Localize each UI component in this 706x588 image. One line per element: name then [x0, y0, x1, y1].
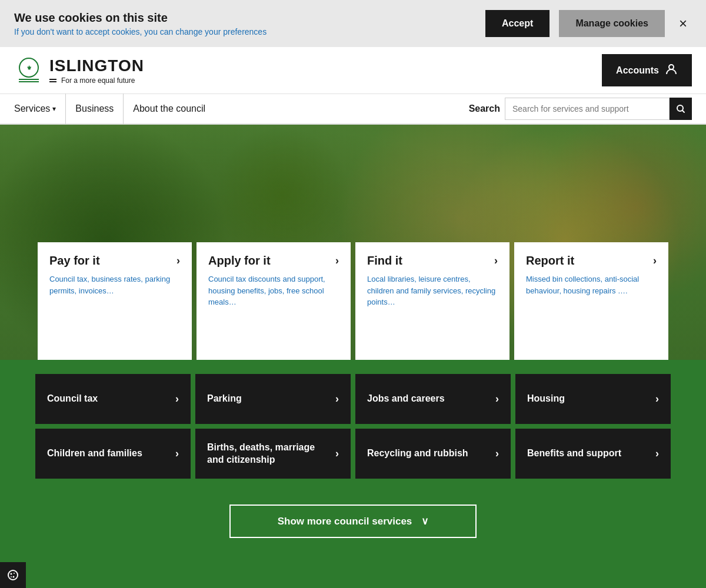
cookie-banner: We use cookies on this site If you don't…	[0, 0, 706, 47]
quick-card-body: Council tax, business rates, parking per…	[49, 273, 180, 296]
svg-point-4	[669, 65, 674, 69]
hero-section: Pay for it › Council tax, business rates…	[0, 125, 706, 360]
logo-text: ISLINGTON	[49, 56, 144, 75]
islington-logo-icon: ⚜	[14, 56, 44, 85]
manage-cookies-button[interactable]: Manage cookies	[559, 10, 665, 37]
quick-card-body: Missed bin collections, anti-social beha…	[526, 273, 657, 296]
service-arrow-icon: ›	[335, 393, 339, 405]
cookie-subtitle: If you don't want to accept cookies, you…	[14, 27, 476, 36]
services-grid: Council tax › Parking › Jobs and careers…	[35, 374, 671, 479]
show-more-button[interactable]: Show more council services ∨	[229, 505, 477, 538]
quick-card-body: Council tax discounts and support, housi…	[208, 273, 339, 308]
service-arrow-icon: ›	[175, 447, 179, 460]
service-label: Housing	[527, 393, 565, 405]
service-label: Children and families	[47, 447, 142, 460]
service-label: Births, deaths, marriage and citizenship	[207, 442, 331, 466]
quick-action-card-0[interactable]: Pay for it › Council tax, business rates…	[38, 242, 192, 360]
service-button-2[interactable]: Jobs and careers ›	[355, 374, 511, 424]
business-nav-link[interactable]: Business	[66, 93, 124, 124]
nav-links: Services ▾ Business About the council	[14, 93, 215, 124]
close-cookie-banner-button[interactable]: ×	[674, 13, 692, 34]
quick-card-header: Pay for it ›	[49, 254, 180, 268]
quick-action-card-1[interactable]: Apply for it › Council tax discounts and…	[197, 242, 351, 360]
chevron-down-icon: ▾	[52, 105, 56, 113]
quick-card-title: Report it	[526, 254, 574, 268]
service-arrow-icon: ›	[495, 447, 499, 460]
quick-card-title: Apply for it	[208, 254, 271, 268]
search-button[interactable]	[670, 98, 692, 120]
accounts-button[interactable]: Accounts	[602, 54, 692, 86]
service-button-5[interactable]: Births, deaths, marriage and citizenship…	[195, 429, 351, 479]
service-button-4[interactable]: Children and families ›	[35, 429, 191, 479]
main-nav: Services ▾ Business About the council Se…	[0, 94, 706, 125]
service-label: Recycling and rubbish	[367, 447, 468, 460]
quick-card-title: Pay for it	[49, 254, 100, 268]
chevron-down-icon: ∨	[421, 515, 428, 527]
quick-card-header: Report it ›	[526, 254, 657, 268]
quick-actions: Pay for it › Council tax, business rates…	[0, 242, 706, 360]
service-label: Council tax	[47, 393, 98, 405]
services-nav-link[interactable]: Services ▾	[14, 93, 66, 124]
arrow-icon: ›	[494, 255, 498, 267]
service-arrow-icon: ›	[655, 393, 659, 405]
show-more-section: Show more council services ∨	[0, 493, 706, 562]
svg-rect-3	[19, 81, 39, 82]
search-input-wrap	[505, 98, 692, 120]
search-input[interactable]	[505, 98, 670, 120]
svg-text:⚜: ⚜	[26, 65, 32, 71]
service-button-7[interactable]: Benefits and support ›	[515, 429, 671, 479]
quick-action-card-3[interactable]: Report it › Missed bin collections, anti…	[514, 242, 668, 360]
service-arrow-icon: ›	[495, 393, 499, 405]
accept-cookies-button[interactable]: Accept	[485, 10, 550, 37]
search-label: Search	[469, 103, 500, 114]
svg-point-7	[11, 573, 12, 575]
svg-point-8	[14, 573, 15, 574]
cookie-settings-corner-button[interactable]	[0, 562, 26, 588]
service-button-6[interactable]: Recycling and rubbish ›	[355, 429, 511, 479]
arrow-icon: ›	[176, 255, 180, 267]
arrow-icon: ›	[653, 255, 657, 267]
menu-lines-icon	[49, 79, 56, 82]
service-arrow-icon: ›	[335, 447, 339, 460]
services-section: Council tax › Parking › Jobs and careers…	[0, 360, 706, 493]
service-button-1[interactable]: Parking ›	[195, 374, 351, 424]
quick-action-card-2[interactable]: Find it › Local libraries, leisure centr…	[355, 242, 509, 360]
service-label: Benefits and support	[527, 447, 621, 460]
quick-card-header: Apply for it ›	[208, 254, 339, 268]
logo-brand: ISLINGTON For a more equal future	[49, 56, 144, 85]
logo-tagline: For a more equal future	[49, 76, 144, 85]
quick-card-body: Local libraries, leisure centres, childr…	[367, 273, 498, 308]
cookie-settings-icon	[7, 569, 19, 581]
user-icon	[665, 62, 678, 78]
header: ⚜ ISLINGTON For a more equal future Acco…	[0, 47, 706, 94]
search-area: Search	[469, 98, 692, 120]
service-button-3[interactable]: Housing ›	[515, 374, 671, 424]
cookie-text: We use cookies on this site If you don't…	[14, 11, 476, 36]
svg-point-6	[8, 570, 18, 580]
arrow-icon: ›	[335, 255, 339, 267]
service-arrow-icon: ›	[655, 447, 659, 460]
service-label: Parking	[207, 393, 242, 405]
cookie-title: We use cookies on this site	[14, 11, 476, 25]
svg-point-9	[13, 576, 15, 578]
quick-card-title: Find it	[367, 254, 402, 268]
svg-point-10	[11, 576, 12, 577]
service-label: Jobs and careers	[367, 393, 445, 405]
about-nav-link[interactable]: About the council	[124, 93, 215, 124]
logo-area: ⚜ ISLINGTON For a more equal future	[14, 56, 144, 85]
service-button-0[interactable]: Council tax ›	[35, 374, 191, 424]
svg-rect-2	[19, 79, 39, 80]
quick-card-header: Find it ›	[367, 254, 498, 268]
service-arrow-icon: ›	[175, 393, 179, 405]
search-icon	[676, 104, 685, 113]
